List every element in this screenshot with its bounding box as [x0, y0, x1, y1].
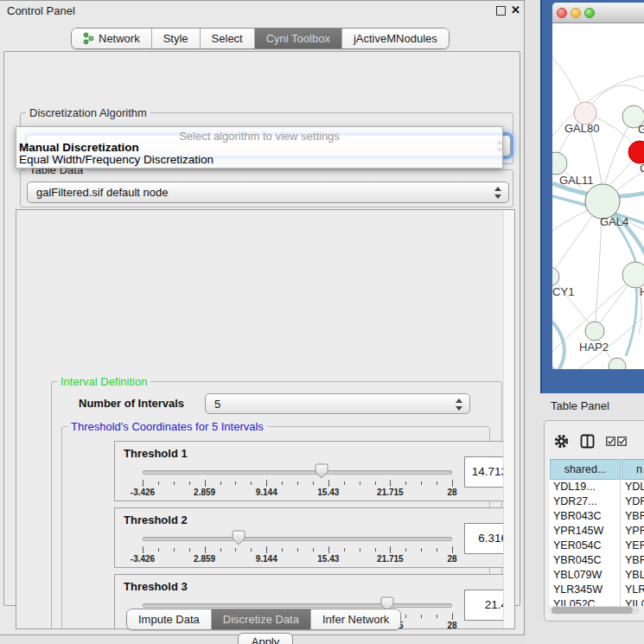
close-icon[interactable]: ✕: [511, 3, 520, 16]
tick: [405, 615, 406, 618]
tick: [375, 481, 376, 485]
slider-tick-labels: -3.4262.8599.14415.4321.71528: [143, 488, 452, 498]
tick: [251, 481, 252, 485]
tick-label: 21.715: [377, 554, 404, 564]
tick: [452, 480, 453, 487]
vertical-scrollbar-track[interactable]: [503, 210, 514, 628]
slider-track[interactable]: [143, 537, 452, 541]
network-node-label: G: [638, 123, 644, 136]
tick: [158, 548, 159, 552]
tick: [189, 548, 190, 552]
tick: [205, 546, 206, 553]
network-node-label: GAL4: [600, 215, 628, 228]
network-view-frame: GAL80GCGAL11GAL4GCY1HHAP2: [540, 0, 644, 393]
slider-tick-labels: -3.4262.8599.14415.4321.71528: [143, 554, 452, 564]
algorithm-group-title: Discretization Algorithm: [26, 106, 150, 119]
horizontal-scrollbar-thumb[interactable]: [552, 607, 633, 614]
tab-label: Cyni Toolbox: [266, 32, 330, 45]
network-node[interactable]: [552, 267, 559, 286]
table-row[interactable]: YDR27...YDR2: [549, 494, 644, 509]
tick: [390, 546, 391, 553]
tab-impute-data[interactable]: Impute Data: [127, 609, 212, 629]
tick-label: 21.715: [377, 488, 404, 497]
tick: [220, 481, 221, 485]
float-window-icon[interactable]: [496, 6, 506, 16]
tab-jactivemnodules[interactable]: jActiveMNodules: [342, 29, 449, 48]
window-title: Control Panel: [7, 4, 75, 17]
network-node-label: HAP2: [579, 341, 609, 354]
slider-track[interactable]: [143, 603, 452, 608]
slider-thumb[interactable]: [315, 463, 328, 479]
network-icon: [83, 32, 94, 45]
content-panel: Discretization Algorithm Select algorith…: [3, 51, 520, 606]
table-row[interactable]: YPR145WYPR1: [549, 524, 644, 539]
tab-infer-network[interactable]: Infer Network: [311, 609, 400, 629]
network-node[interactable]: [628, 141, 644, 163]
column-header-n[interactable]: n: [622, 459, 644, 480]
table-cell: YDL19...: [549, 480, 624, 494]
table-cell: YBR043C: [549, 509, 624, 524]
slider-track[interactable]: [143, 470, 452, 475]
network-titlebar[interactable]: [552, 3, 644, 23]
network-node[interactable]: [622, 262, 644, 288]
table-row[interactable]: YER054CYER0: [549, 539, 644, 553]
table-row[interactable]: YDL19...YDL1: [549, 480, 644, 494]
column-header-shared-[interactable]: shared...: [550, 459, 621, 480]
tab-label: Select: [212, 32, 243, 45]
tab-select[interactable]: Select: [201, 29, 255, 48]
tab-network[interactable]: Network: [72, 29, 152, 48]
tick: [313, 548, 314, 552]
tab-style[interactable]: Style: [152, 29, 201, 48]
table-cell: YDL1: [621, 480, 644, 494]
mac-minimize-icon[interactable]: [571, 8, 581, 18]
mac-close-icon[interactable]: [557, 8, 567, 18]
table-cell: YPR1: [621, 524, 644, 539]
threshold-row: Threshold 1-3.4262.8599.14415.4321.71528…: [114, 441, 515, 501]
tick: [282, 481, 283, 485]
table-row[interactable]: YLR345WYLR3: [549, 583, 644, 597]
tick: [158, 481, 159, 485]
tab-label: Style: [163, 32, 188, 45]
table-cell: YDR2: [621, 494, 644, 509]
slider-thumb[interactable]: [232, 530, 245, 545]
tick: [235, 481, 236, 485]
table-panel-title: Table Panel: [551, 399, 609, 412]
network-node[interactable]: [585, 184, 620, 219]
network-canvas[interactable]: GAL80GCGAL11GAL4GCY1HHAP2: [552, 23, 644, 369]
tab-discretize-data[interactable]: Discretize Data: [212, 609, 311, 629]
table-row[interactable]: YBR043CYBR0: [549, 509, 644, 524]
table-row[interactable]: YBL079WYBL0: [549, 568, 644, 583]
tick: [143, 480, 143, 487]
table-cell: YDR27...: [549, 494, 624, 509]
tab-label: Discretize Data: [223, 613, 299, 626]
combo-arrows-icon: [494, 187, 501, 199]
gear-icon[interactable]: [554, 434, 569, 449]
table-data-combobox[interactable]: galFiltered.sif default node: [27, 182, 509, 203]
checkbox-checked-icon[interactable]: [606, 437, 615, 446]
table-row[interactable]: YIL052CYIL0: [549, 597, 644, 606]
network-node[interactable]: [585, 322, 604, 341]
popup-item-manual-discretization[interactable]: Manual Discretization: [16, 142, 502, 154]
apply-button[interactable]: Apply: [238, 633, 293, 644]
table-cell: YBL079W: [549, 568, 624, 583]
table-row[interactable]: YBR045CYBR0: [549, 553, 644, 568]
tick: [344, 548, 345, 552]
checkbox-checked-icon[interactable]: [617, 437, 627, 446]
tick: [437, 481, 437, 485]
table-cell: YER054C: [549, 539, 624, 553]
number-of-intervals-combobox[interactable]: 5: [205, 393, 470, 414]
tick-label: 9.144: [256, 554, 277, 564]
horizontal-scrollbar-track[interactable]: [550, 606, 640, 615]
network-window: GAL80GCGAL11GAL4GCY1HHAP2: [552, 3, 644, 369]
threshold-label: Threshold 2: [124, 513, 188, 526]
slider-ticks: [143, 480, 452, 488]
tab-cyni-toolbox[interactable]: Cyni Toolbox: [255, 29, 342, 48]
tick: [174, 548, 175, 552]
tick: [360, 481, 360, 485]
table-cell: YBL0: [621, 568, 644, 583]
split-columns-icon[interactable]: [580, 434, 595, 449]
popup-item-equal-width-frequency[interactable]: Equal Width/Frequency Discretization: [16, 154, 502, 166]
slider-ticks: [143, 546, 452, 554]
table-cell: YLR345W: [549, 583, 624, 597]
mac-zoom-icon[interactable]: [584, 8, 595, 18]
